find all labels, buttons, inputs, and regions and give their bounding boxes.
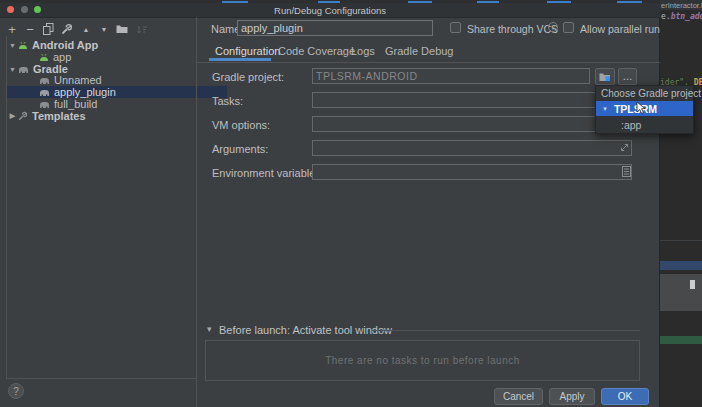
- dropdown-item-app[interactable]: :app: [596, 116, 693, 133]
- code-property: btn_add_a_: [671, 12, 702, 21]
- tree-item-templates[interactable]: ▶ Templates: [7, 110, 195, 122]
- code-receiver: e.: [661, 12, 671, 21]
- tree-item-full-build[interactable]: full_build: [7, 98, 227, 110]
- gradle-icon: [18, 65, 29, 74]
- browse-button[interactable]: …: [618, 68, 637, 85]
- tree-item-unnamed[interactable]: Unnamed: [7, 74, 227, 86]
- chevron-right-icon[interactable]: ▶: [7, 112, 18, 120]
- arguments-input[interactable]: [312, 140, 632, 156]
- vm-options-input[interactable]: [312, 116, 632, 132]
- chevron-down-icon: ▼: [596, 106, 608, 112]
- allow-parallel-checkbox[interactable]: [563, 22, 574, 33]
- dropdown-header: Choose Gradle project: [596, 86, 693, 101]
- code-line: e.btn_add_a_: [661, 12, 702, 21]
- tasks-input[interactable]: [312, 92, 632, 108]
- gradle-icon: [39, 88, 50, 97]
- edit-defaults-button[interactable]: [60, 22, 74, 36]
- tab-logs[interactable]: Logs: [351, 45, 375, 57]
- active-tab-underline: [209, 58, 271, 61]
- before-launch-rule: [372, 330, 640, 331]
- copy-icon: [43, 23, 54, 35]
- ok-button[interactable]: OK: [601, 388, 649, 405]
- tasks-label: Tasks:: [212, 95, 243, 107]
- mouse-cursor: [636, 101, 648, 115]
- sort-icon: [137, 24, 148, 35]
- popup-icon-fragment: [690, 280, 695, 289]
- tree-item-label: Android App: [32, 39, 98, 51]
- move-up-button[interactable]: ▲: [79, 22, 93, 36]
- ellipsis-icon: …: [623, 72, 633, 82]
- env-vars-list-icon[interactable]: [622, 166, 631, 177]
- dialog-titlebar[interactable]: Run/Debug Configurations: [0, 3, 660, 18]
- share-vcs-label: Share through VCS: [467, 23, 558, 35]
- move-down-button[interactable]: ▼: [97, 22, 111, 36]
- android-icon: [18, 41, 28, 50]
- question-icon: ?: [13, 386, 19, 397]
- editor-strip: erInteractor.kt e.btn_add_a_ ider", DEFA…: [660, 0, 702, 407]
- allow-parallel-label: Allow parallel run: [580, 23, 660, 35]
- expand-field-icon[interactable]: [620, 143, 629, 152]
- wrench-icon: [18, 111, 28, 121]
- move-down-icon: ▼: [101, 26, 108, 33]
- editor-diff-added-line: [660, 336, 702, 344]
- gradle-project-label: Gradle project:: [212, 71, 284, 83]
- dropdown-item-label: :app: [596, 119, 641, 131]
- run-debug-configurations-dialog: Run/Debug Configurations + − ▲ ▼: [0, 3, 660, 407]
- add-configuration-button[interactable]: +: [5, 22, 19, 36]
- wrench-icon: [61, 23, 73, 35]
- tree-item-app[interactable]: app: [7, 51, 227, 63]
- before-launch-empty-message: There are no tasks to run before launch: [325, 355, 520, 366]
- tabs-divider: [197, 62, 660, 63]
- apply-button[interactable]: Apply: [549, 388, 595, 405]
- panel-separator: [196, 17, 197, 407]
- tree-item-label: Unnamed: [54, 74, 102, 86]
- gradle-icon: [39, 100, 50, 109]
- folder-blue-icon: [599, 72, 611, 82]
- env-vars-label: Environment variables:: [212, 167, 324, 179]
- create-folder-button[interactable]: [115, 22, 129, 36]
- remove-configuration-button[interactable]: −: [23, 22, 37, 36]
- editor-tab-label: erInteractor.kt: [661, 1, 702, 10]
- code-constant: DEFAU: [694, 78, 702, 87]
- tree-item-label: app: [53, 51, 71, 63]
- plus-icon: +: [8, 23, 16, 36]
- tree-item-android-app[interactable]: ▼ Android App: [7, 39, 195, 51]
- cancel-button[interactable]: Cancel: [494, 388, 543, 405]
- tab-gradle-debug[interactable]: Gradle Debug: [385, 45, 454, 57]
- share-vcs-help-icon[interactable]: ?: [548, 22, 558, 32]
- editor-divider: [660, 240, 702, 241]
- editor-popup-fragment: [660, 274, 702, 311]
- help-button[interactable]: ?: [8, 383, 24, 399]
- dialog-title: Run/Debug Configurations: [0, 5, 660, 16]
- tab-code-coverage[interactable]: Code Coverage: [278, 45, 355, 57]
- tree-item-label: apply_plugin: [54, 86, 116, 98]
- move-up-icon: ▲: [83, 26, 90, 33]
- choose-gradle-project-button[interactable]: [595, 68, 615, 85]
- tree-item-label: Templates: [32, 110, 86, 122]
- env-vars-input[interactable]: [312, 164, 632, 180]
- editor-selected-line: [660, 261, 702, 270]
- gradle-icon: [39, 76, 50, 85]
- vm-options-label: VM options:: [212, 119, 270, 131]
- gradle-project-input[interactable]: [312, 68, 590, 84]
- chevron-down-icon[interactable]: ▼: [7, 42, 18, 49]
- chevron-down-icon[interactable]: ▼: [7, 66, 18, 73]
- name-input[interactable]: [237, 20, 433, 36]
- before-launch-panel: There are no tasks to run before launch: [205, 340, 640, 381]
- screen: erInteractor.kt e.btn_add_a_ ider", DEFA…: [0, 0, 702, 407]
- before-launch-collapse-icon[interactable]: ▾: [207, 324, 212, 334]
- folder-icon: [116, 24, 128, 34]
- dropdown-item-label: TPLSRM: [608, 103, 657, 115]
- android-icon: [39, 53, 49, 62]
- editor-tab[interactable]: erInteractor.kt: [660, 0, 702, 10]
- before-launch-title: Before launch: Activate tool window: [219, 324, 392, 336]
- tab-configuration[interactable]: Configuration: [215, 45, 280, 57]
- minus-icon: −: [26, 23, 34, 36]
- arguments-label: Arguments:: [212, 143, 268, 155]
- question-icon: ?: [551, 24, 555, 31]
- dropdown-header-label: Choose Gradle project: [596, 88, 701, 99]
- share-vcs-checkbox[interactable]: [450, 22, 461, 33]
- copy-configuration-button[interactable]: [41, 22, 55, 36]
- tree-item-apply-plugin[interactable]: apply_plugin: [7, 86, 227, 98]
- sort-configurations-button[interactable]: [135, 22, 149, 36]
